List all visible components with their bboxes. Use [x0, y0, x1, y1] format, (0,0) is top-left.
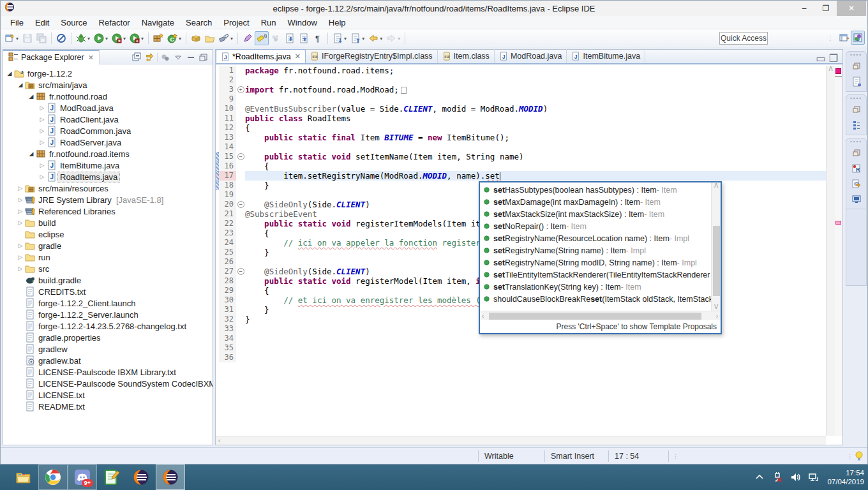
- restore-view-icon[interactable]: [849, 103, 864, 117]
- save-button[interactable]: [20, 31, 34, 45]
- taskbar-eclipse[interactable]: [126, 464, 156, 490]
- completion-proposal[interactable]: setRegistryName(String name) : Item - Im…: [480, 244, 721, 256]
- completion-proposal[interactable]: setRegistryName(String modID, String nam…: [480, 256, 721, 269]
- expand-arrow-icon[interactable]: ▷: [17, 197, 24, 203]
- tree-item-run[interactable]: ▷run: [3, 251, 213, 263]
- tree-item-forge-1.12.2-client.launch[interactable]: forge-1.12.2_Client.launch: [3, 297, 213, 309]
- editor-vertical-scrollbar[interactable]: ᐱ: [826, 66, 835, 436]
- completion-proposal[interactable]: setNoRepair() : Item - Item: [480, 220, 721, 232]
- tasklist-icon[interactable]: [849, 75, 864, 89]
- tree-item-modroad.java[interactable]: ▷JModRoad.java: [3, 102, 213, 114]
- editor-tab-itembitume.java[interactable]: JItemBitume.java: [567, 49, 645, 63]
- editor-horizontal-scrollbar[interactable]: ‹: [216, 436, 826, 445]
- error-line-marker[interactable]: [835, 221, 841, 225]
- fold-collapse-icon[interactable]: −: [237, 201, 244, 208]
- external-tools-button[interactable]: ▾: [110, 31, 128, 45]
- tree-item-fr.notfound.road.items[interactable]: ◢fr.notfound.road.items: [3, 148, 213, 160]
- new-java-class-button[interactable]: C▾: [165, 31, 183, 45]
- expand-arrow-icon[interactable]: ▷: [38, 116, 46, 122]
- quick-access-input[interactable]: Quick Access: [719, 32, 768, 45]
- fold-expand-icon[interactable]: +: [237, 86, 244, 93]
- popup-scroll-thumb[interactable]: [713, 226, 720, 296]
- run-button[interactable]: ▾: [92, 31, 110, 45]
- tree-item-license-paulscode-ibxm-library.txt[interactable]: LICENSE-Paulscode IBXM Library.txt: [3, 366, 213, 378]
- maximize-editor-icon[interactable]: ❐: [827, 52, 840, 64]
- previous-annotation-button[interactable]: [297, 31, 311, 45]
- coverage-button[interactable]: a▾: [128, 31, 146, 45]
- editor-tab-modroad.java[interactable]: JModRoad.java: [495, 49, 567, 63]
- collapse-arrow-icon[interactable]: ◢: [6, 70, 13, 77]
- expand-arrow-icon[interactable]: ▷: [17, 242, 24, 249]
- console-icon[interactable]: [849, 192, 864, 206]
- expand-arrow-icon[interactable]: ▷: [38, 162, 46, 168]
- tree-item-jre-system-library[interactable]: ▷JRE System Library[JavaSE-1.8]: [3, 194, 213, 205]
- save-all-button[interactable]: [34, 31, 49, 45]
- completion-proposal[interactable]: setMaxStackSize(int maxStackSize) : Item…: [480, 208, 721, 220]
- expand-arrow-icon[interactable]: ▷: [17, 219, 24, 226]
- restore-view-icon[interactable]: [849, 146, 864, 160]
- tree-item-forge-1.12.2[interactable]: ◢Jforge-1.12.2: [3, 68, 213, 79]
- search-button[interactable]: ▾: [217, 31, 235, 45]
- expand-arrow-icon[interactable]: ▷: [38, 139, 46, 145]
- tree-item-fr.notfound.road[interactable]: ◢fr.notfound.road: [3, 91, 213, 102]
- tree-item-src[interactable]: ▷src: [3, 263, 213, 274]
- menu-refactor[interactable]: Refactor: [93, 17, 136, 29]
- restore-view-icon[interactable]: [849, 59, 864, 73]
- menu-run[interactable]: Run: [255, 17, 282, 29]
- menu-source[interactable]: Source: [55, 17, 93, 29]
- open-folder-button[interactable]: [203, 31, 217, 45]
- menu-help[interactable]: Help: [323, 17, 352, 29]
- editor-tab--roaditems.java[interactable]: J*RoadItems.java✕: [216, 49, 306, 63]
- completion-proposal[interactable]: shouldCauseBlockBreakReset(ItemStack old…: [480, 293, 721, 305]
- completion-proposal[interactable]: setMaxDamage(int maxDamageIn) : Item - I…: [480, 196, 721, 208]
- tree-item-build[interactable]: ▷build: [3, 217, 213, 228]
- tree-item-gradle.properties[interactable]: gradle.properties: [3, 332, 213, 343]
- taskbar-eclipse[interactable]: [156, 464, 185, 490]
- menu-file[interactable]: File: [4, 17, 29, 29]
- taskbar-chrome[interactable]: [38, 464, 68, 490]
- popup-horizontal-scrollbar[interactable]: ‹ ›: [480, 311, 721, 320]
- expand-arrow-icon[interactable]: ▷: [17, 254, 24, 260]
- tree-item-credits.txt[interactable]: CREDITS.txt: [3, 286, 213, 297]
- tree-item-forge-1.12.2-server.launch[interactable]: forge-1.12.2_Server.launch: [3, 309, 213, 320]
- menu-search[interactable]: Search: [180, 17, 218, 29]
- tree-item-gradlew[interactable]: gradlew: [3, 343, 213, 355]
- taskbar-file-explorer[interactable]: [9, 464, 38, 490]
- java-perspective-button[interactable]: J: [851, 31, 865, 45]
- collapse-all-icon[interactable]: [130, 51, 143, 64]
- expand-arrow-icon[interactable]: ▷: [38, 174, 46, 180]
- expand-arrow-icon[interactable]: ▷: [17, 185, 24, 191]
- folded-region-box[interactable]: [401, 87, 407, 94]
- markers-icon[interactable]: R: [849, 161, 864, 175]
- expand-arrow-icon[interactable]: ▷: [38, 105, 46, 111]
- package-explorer-tab[interactable]: Package Explorer ✕: [3, 50, 100, 64]
- menu-window[interactable]: Window: [282, 17, 323, 29]
- tree-item-readme.txt[interactable]: README.txt: [3, 401, 213, 412]
- tree-item-eclipse[interactable]: eclipse: [3, 228, 213, 240]
- javadoc-icon[interactable]: @: [849, 177, 864, 191]
- tree-item-roadserver.java[interactable]: ▷JRoadServer.java: [3, 137, 213, 148]
- tree-item-roadcommon.java[interactable]: ▷JRoadCommon.java: [3, 125, 213, 137]
- view-menu-icon[interactable]: [172, 51, 184, 64]
- outline-icon[interactable]: [849, 118, 864, 132]
- lightbulb-icon[interactable]: [855, 448, 864, 464]
- collapse-arrow-icon[interactable]: ◢: [17, 82, 24, 88]
- minimize-button[interactable]: –: [793, 1, 815, 16]
- collapse-arrow-icon[interactable]: ◢: [27, 151, 35, 157]
- menu-edit[interactable]: Edit: [29, 17, 55, 29]
- fold-collapse-icon[interactable]: −: [237, 268, 244, 275]
- restore-button[interactable]: ❐: [815, 1, 837, 16]
- fold-collapse-icon[interactable]: −: [237, 153, 244, 160]
- tree-item-roaditems.java[interactable]: ▷JRoadItems.java: [3, 171, 213, 182]
- close-tab-icon[interactable]: ✕: [295, 52, 301, 61]
- completion-proposal[interactable]: setTranslationKey(String key) : Item - I…: [480, 281, 721, 293]
- previous-edit-button[interactable]: ▾: [348, 31, 366, 45]
- close-view-icon[interactable]: ✕: [88, 54, 94, 62]
- back-button[interactable]: ▾: [366, 31, 384, 45]
- expand-arrow-icon[interactable]: ▷: [17, 208, 24, 214]
- next-annotation-button[interactable]: [283, 31, 297, 45]
- minimize-editor-icon[interactable]: ▭: [814, 52, 827, 64]
- tree-item-src-main-java[interactable]: ◢src/main/java: [3, 79, 213, 91]
- completion-proposal[interactable]: setHasSubtypes(boolean hasSubtypes) : It…: [480, 184, 721, 196]
- tree-item-build.gradle[interactable]: build.gradle: [3, 274, 213, 286]
